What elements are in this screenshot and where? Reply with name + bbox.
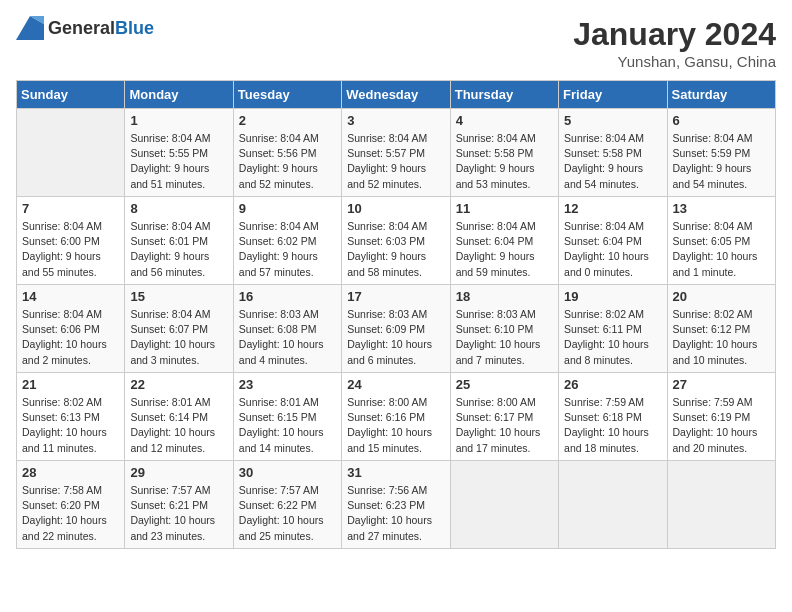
day-info: Sunrise: 8:02 AMSunset: 6:13 PMDaylight:… [22, 395, 119, 456]
day-number: 25 [456, 377, 553, 392]
day-info: Sunrise: 8:04 AMSunset: 6:02 PMDaylight:… [239, 219, 336, 280]
calendar-cell: 19Sunrise: 8:02 AMSunset: 6:11 PMDayligh… [559, 285, 667, 373]
calendar-week-row: 7Sunrise: 8:04 AMSunset: 6:00 PMDaylight… [17, 197, 776, 285]
day-number: 13 [673, 201, 770, 216]
day-info: Sunrise: 8:03 AMSunset: 6:10 PMDaylight:… [456, 307, 553, 368]
calendar-week-row: 1Sunrise: 8:04 AMSunset: 5:55 PMDaylight… [17, 109, 776, 197]
day-number: 5 [564, 113, 661, 128]
day-number: 1 [130, 113, 227, 128]
day-number: 31 [347, 465, 444, 480]
calendar-cell: 29Sunrise: 7:57 AMSunset: 6:21 PMDayligh… [125, 461, 233, 549]
day-info: Sunrise: 8:04 AMSunset: 6:06 PMDaylight:… [22, 307, 119, 368]
weekday-header: Thursday [450, 81, 558, 109]
weekday-header: Friday [559, 81, 667, 109]
day-info: Sunrise: 7:58 AMSunset: 6:20 PMDaylight:… [22, 483, 119, 544]
day-number: 9 [239, 201, 336, 216]
calendar-cell: 14Sunrise: 8:04 AMSunset: 6:06 PMDayligh… [17, 285, 125, 373]
day-info: Sunrise: 8:02 AMSunset: 6:12 PMDaylight:… [673, 307, 770, 368]
day-number: 30 [239, 465, 336, 480]
calendar-cell: 8Sunrise: 8:04 AMSunset: 6:01 PMDaylight… [125, 197, 233, 285]
calendar-week-row: 21Sunrise: 8:02 AMSunset: 6:13 PMDayligh… [17, 373, 776, 461]
calendar-cell: 15Sunrise: 8:04 AMSunset: 6:07 PMDayligh… [125, 285, 233, 373]
calendar-cell: 12Sunrise: 8:04 AMSunset: 6:04 PMDayligh… [559, 197, 667, 285]
weekday-header: Wednesday [342, 81, 450, 109]
day-info: Sunrise: 7:56 AMSunset: 6:23 PMDaylight:… [347, 483, 444, 544]
day-number: 6 [673, 113, 770, 128]
calendar-cell: 4Sunrise: 8:04 AMSunset: 5:58 PMDaylight… [450, 109, 558, 197]
day-number: 28 [22, 465, 119, 480]
calendar-cell: 10Sunrise: 8:04 AMSunset: 6:03 PMDayligh… [342, 197, 450, 285]
day-info: Sunrise: 8:04 AMSunset: 6:04 PMDaylight:… [456, 219, 553, 280]
calendar-cell: 25Sunrise: 8:00 AMSunset: 6:17 PMDayligh… [450, 373, 558, 461]
calendar-cell: 23Sunrise: 8:01 AMSunset: 6:15 PMDayligh… [233, 373, 341, 461]
calendar-cell: 13Sunrise: 8:04 AMSunset: 6:05 PMDayligh… [667, 197, 775, 285]
month-title: January 2024 [573, 16, 776, 53]
calendar-cell: 22Sunrise: 8:01 AMSunset: 6:14 PMDayligh… [125, 373, 233, 461]
weekday-header: Tuesday [233, 81, 341, 109]
calendar-cell: 28Sunrise: 7:58 AMSunset: 6:20 PMDayligh… [17, 461, 125, 549]
calendar-cell [450, 461, 558, 549]
day-info: Sunrise: 8:00 AMSunset: 6:17 PMDaylight:… [456, 395, 553, 456]
calendar-cell: 17Sunrise: 8:03 AMSunset: 6:09 PMDayligh… [342, 285, 450, 373]
calendar-cell: 24Sunrise: 8:00 AMSunset: 6:16 PMDayligh… [342, 373, 450, 461]
calendar-cell: 2Sunrise: 8:04 AMSunset: 5:56 PMDaylight… [233, 109, 341, 197]
calendar-cell: 31Sunrise: 7:56 AMSunset: 6:23 PMDayligh… [342, 461, 450, 549]
logo-general: General [48, 18, 115, 38]
day-number: 2 [239, 113, 336, 128]
calendar-cell: 26Sunrise: 7:59 AMSunset: 6:18 PMDayligh… [559, 373, 667, 461]
day-number: 17 [347, 289, 444, 304]
day-number: 3 [347, 113, 444, 128]
calendar-cell: 18Sunrise: 8:03 AMSunset: 6:10 PMDayligh… [450, 285, 558, 373]
day-number: 20 [673, 289, 770, 304]
day-number: 8 [130, 201, 227, 216]
calendar-week-row: 28Sunrise: 7:58 AMSunset: 6:20 PMDayligh… [17, 461, 776, 549]
calendar-cell: 27Sunrise: 7:59 AMSunset: 6:19 PMDayligh… [667, 373, 775, 461]
day-info: Sunrise: 8:00 AMSunset: 6:16 PMDaylight:… [347, 395, 444, 456]
day-info: Sunrise: 8:04 AMSunset: 6:04 PMDaylight:… [564, 219, 661, 280]
day-info: Sunrise: 8:02 AMSunset: 6:11 PMDaylight:… [564, 307, 661, 368]
day-info: Sunrise: 8:04 AMSunset: 6:03 PMDaylight:… [347, 219, 444, 280]
title-area: January 2024 Yunshan, Gansu, China [573, 16, 776, 70]
weekday-header: Saturday [667, 81, 775, 109]
calendar-cell: 20Sunrise: 8:02 AMSunset: 6:12 PMDayligh… [667, 285, 775, 373]
day-info: Sunrise: 8:04 AMSunset: 5:56 PMDaylight:… [239, 131, 336, 192]
day-info: Sunrise: 8:04 AMSunset: 6:05 PMDaylight:… [673, 219, 770, 280]
calendar-cell: 30Sunrise: 7:57 AMSunset: 6:22 PMDayligh… [233, 461, 341, 549]
day-info: Sunrise: 8:04 AMSunset: 5:55 PMDaylight:… [130, 131, 227, 192]
day-info: Sunrise: 8:04 AMSunset: 6:07 PMDaylight:… [130, 307, 227, 368]
day-info: Sunrise: 7:59 AMSunset: 6:18 PMDaylight:… [564, 395, 661, 456]
day-number: 19 [564, 289, 661, 304]
day-info: Sunrise: 8:04 AMSunset: 6:01 PMDaylight:… [130, 219, 227, 280]
day-number: 16 [239, 289, 336, 304]
calendar-cell [17, 109, 125, 197]
weekday-header: Monday [125, 81, 233, 109]
weekday-header: Sunday [17, 81, 125, 109]
calendar-cell: 7Sunrise: 8:04 AMSunset: 6:00 PMDaylight… [17, 197, 125, 285]
day-info: Sunrise: 8:03 AMSunset: 6:08 PMDaylight:… [239, 307, 336, 368]
day-number: 23 [239, 377, 336, 392]
location: Yunshan, Gansu, China [573, 53, 776, 70]
logo-blue: Blue [115, 18, 154, 38]
day-number: 7 [22, 201, 119, 216]
day-number: 15 [130, 289, 227, 304]
day-number: 24 [347, 377, 444, 392]
day-info: Sunrise: 7:57 AMSunset: 6:21 PMDaylight:… [130, 483, 227, 544]
calendar-cell: 9Sunrise: 8:04 AMSunset: 6:02 PMDaylight… [233, 197, 341, 285]
day-info: Sunrise: 8:04 AMSunset: 5:57 PMDaylight:… [347, 131, 444, 192]
calendar-cell: 16Sunrise: 8:03 AMSunset: 6:08 PMDayligh… [233, 285, 341, 373]
day-number: 18 [456, 289, 553, 304]
calendar-cell: 6Sunrise: 8:04 AMSunset: 5:59 PMDaylight… [667, 109, 775, 197]
calendar-cell [667, 461, 775, 549]
logo-icon [16, 16, 44, 40]
day-info: Sunrise: 7:57 AMSunset: 6:22 PMDaylight:… [239, 483, 336, 544]
day-info: Sunrise: 8:04 AMSunset: 5:58 PMDaylight:… [456, 131, 553, 192]
day-info: Sunrise: 8:04 AMSunset: 5:59 PMDaylight:… [673, 131, 770, 192]
day-info: Sunrise: 8:04 AMSunset: 5:58 PMDaylight:… [564, 131, 661, 192]
day-number: 14 [22, 289, 119, 304]
calendar-cell: 11Sunrise: 8:04 AMSunset: 6:04 PMDayligh… [450, 197, 558, 285]
day-info: Sunrise: 8:01 AMSunset: 6:15 PMDaylight:… [239, 395, 336, 456]
page-header: GeneralBlue January 2024 Yunshan, Gansu,… [16, 16, 776, 70]
day-number: 4 [456, 113, 553, 128]
day-number: 27 [673, 377, 770, 392]
calendar-week-row: 14Sunrise: 8:04 AMSunset: 6:06 PMDayligh… [17, 285, 776, 373]
